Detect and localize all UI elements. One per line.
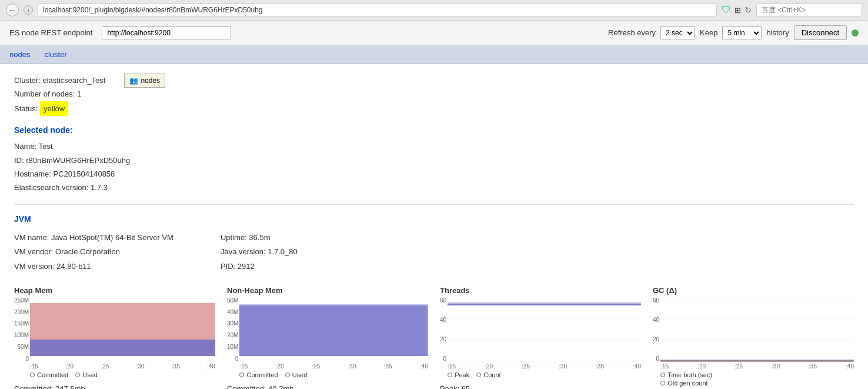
threads-title: Threads (440, 286, 641, 295)
cluster-name: Cluster: elasticsearch_Test (14, 74, 105, 87)
node-id: ID: r80nBmWURG6HrEPxD50uhg (14, 154, 854, 167)
gc-chart-container: GC (Δ) 60 40 20 0 (653, 286, 854, 389)
cluster-status-value: yellow (40, 101, 68, 116)
gc-time-legend: Time both (sec) (660, 371, 854, 378)
nodes-list-button[interactable]: 👥 nodes (124, 74, 165, 88)
heap-legend: Committed Used (30, 371, 215, 378)
heap-mem-chart-container: Heap Mem 250M 200M 150M 100M 50M 0 (14, 286, 215, 389)
threads-chart-right: :15 :20 :25 :30 :35 :40 Peak (448, 297, 641, 378)
disconnect-button[interactable]: Disconnect (794, 25, 847, 40)
non-heap-title: Non-Heap Mem (227, 286, 428, 295)
threads-count-legend: Count (476, 371, 500, 378)
svg-rect-4 (448, 297, 641, 362)
non-heap-chart-right: :15 :20 :25 :30 :35 :40 Committed (239, 297, 428, 378)
node-hostname: Hostname: PC201504140858 (14, 167, 854, 181)
threads-count-dot (476, 373, 481, 377)
threads-chart-container: Threads 60 40 20 0 (440, 286, 641, 389)
back-button[interactable]: ← (6, 4, 19, 16)
jvm-col-left: VM name: Java HotSpot(TM) 64-Bit Server … (14, 231, 173, 274)
gc-wrapper: 60 40 20 0 (653, 297, 854, 389)
heap-used-dot (75, 373, 80, 377)
heap-stats: Committed: 247.5mb Used: 79.8mb (14, 382, 215, 389)
non-heap-mem-chart-container: Non-Heap Mem 50M 40M 30M 20M 10M 0 (227, 286, 428, 389)
info-icon: i (24, 5, 33, 15)
heap-committed-dot (30, 373, 35, 377)
cluster-info: Cluster: elasticsearch_Test Number of no… (14, 74, 854, 116)
gc-time-axis: :15 :20 :25 :30 :35 :40 (660, 363, 854, 370)
svg-rect-2 (239, 305, 428, 356)
connection-status-dot (852, 29, 859, 36)
java-version: Java version: 1.7.0_80 (221, 245, 298, 260)
cluster-tab[interactable]: cluster (44, 49, 66, 60)
threads-y-axis: 60 40 20 0 (440, 297, 448, 362)
charts-row: Heap Mem 250M 200M 150M 100M 50M 0 (14, 286, 854, 389)
threads-stats: Peak: 65 Count: 59 (440, 382, 641, 389)
threads-time-axis: :15 :20 :25 :30 :35 :40 (448, 363, 641, 370)
app-toolbar: ES node REST endpoint Refresh every 2 se… (0, 21, 868, 45)
section-divider (14, 204, 854, 205)
threads-peak-label: Peak (455, 371, 469, 378)
node-es-version: Elasticsearch version: 1.7.3 (14, 181, 854, 194)
endpoint-input[interactable] (102, 26, 231, 39)
keep-select[interactable]: 5 min 10 min (722, 26, 762, 39)
shield-icon: 🛡 (722, 5, 731, 15)
browser-icons: 🛡 ⊞ ↻ (722, 5, 752, 15)
heap-mem-y-axis: 250M 200M 150M 100M 50M 0 (14, 297, 30, 362)
main-content: Cluster: elasticsearch_Test Number of no… (0, 64, 868, 389)
gc-title: GC (Δ) (653, 286, 854, 295)
non-heap-committed-dot (239, 373, 244, 377)
browser-search-input[interactable] (756, 4, 862, 16)
vm-vendor: VM vendor: Oracle Corporation (14, 245, 173, 260)
threads-wrapper: 60 40 20 0 (440, 297, 641, 378)
gc-svg (660, 297, 854, 362)
browser-refresh-icon[interactable]: ↻ (745, 5, 752, 15)
nodes-tab[interactable]: nodes (9, 49, 30, 60)
jvm-info: VM name: Java HotSpot(TM) 64-Bit Server … (14, 231, 854, 274)
non-heap-legend: Committed Used (239, 371, 428, 378)
heap-mem-title: Heap Mem (14, 286, 215, 295)
cluster-details: Cluster: elasticsearch_Test Number of no… (14, 74, 105, 116)
refresh-controls: Refresh every 2 sec 5 sec Keep 5 min 10 … (608, 25, 859, 40)
threads-legend: Peak Count (448, 371, 641, 378)
heap-time-axis: :15 :20 :25 :30 :35 :40 (30, 363, 215, 370)
vm-name: VM name: Java HotSpot(TM) 64-Bit Server … (14, 231, 173, 245)
non-heap-committed-stat: Committed: 40.2mb (227, 382, 428, 389)
gc-old-label: Old gen count (667, 380, 708, 387)
threads-peak-stat: Peak: 65 (440, 382, 641, 389)
non-heap-y-axis: 50M 40M 30M 20M 10M 0 (227, 297, 239, 362)
non-heap-committed-label: Committed (246, 371, 278, 378)
threads-svg (448, 297, 641, 362)
heap-used-legend: Used (75, 371, 98, 378)
threads-peak-legend: Peak (448, 371, 469, 378)
gc-old-dot (660, 381, 665, 385)
gc-time-dot (660, 373, 665, 377)
heap-used-label: Used (82, 371, 98, 378)
node-name: Name: Test (14, 139, 854, 153)
heap-committed-label: Committed (37, 371, 68, 378)
non-heap-used-dot (285, 373, 290, 377)
url-bar[interactable] (38, 4, 717, 16)
gc-old-legend: Old gen count (660, 380, 854, 387)
refresh-label: Refresh every (608, 28, 656, 37)
heap-mem-wrapper: 250M 200M 150M 100M 50M 0 :15 (14, 297, 215, 378)
non-heap-wrapper: 50M 40M 30M 20M 10M 0 :15 (227, 297, 428, 378)
nodes-icon: 👥 (129, 77, 138, 85)
heap-mem-chart-right: :15 :20 :25 :30 :35 :40 Committed (30, 297, 215, 378)
gc-legend: Time both (sec) Old gen count Young gen … (660, 371, 854, 389)
refresh-select[interactable]: 2 sec 5 sec (660, 26, 695, 39)
non-heap-used-legend: Used (285, 371, 308, 378)
jvm-title: JVM (14, 214, 854, 224)
node-details: Name: Test ID: r80nBmWURG6HrEPxD50uhg Ho… (14, 139, 854, 195)
history-label: history (766, 28, 789, 37)
svg-rect-1 (30, 340, 215, 356)
cluster-status: Status: yellow (14, 101, 105, 116)
svg-rect-9 (660, 297, 854, 362)
heap-mem-svg (30, 297, 215, 362)
heap-committed-legend: Committed (30, 371, 68, 378)
threads-peak-dot (448, 373, 452, 377)
threads-count-label: Count (483, 371, 500, 378)
heap-committed-stat: Committed: 247.5mb (14, 382, 215, 389)
gc-chart-right: :15 :20 :25 :30 :35 :40 Time both (sec) (660, 297, 854, 389)
nav-tabs: nodes cluster (0, 45, 868, 64)
jvm-col-right: Uptime: 36.5m Java version: 1.7.0_80 PID… (221, 231, 298, 274)
